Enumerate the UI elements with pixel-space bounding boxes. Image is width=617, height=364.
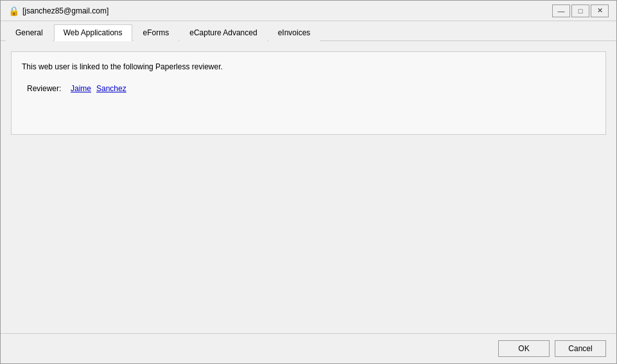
reviewer-row: Reviewer: Jaime Sanchez [22, 84, 595, 93]
maximize-button[interactable]: □ [571, 4, 589, 17]
footer: OK Cancel [1, 333, 616, 363]
title-bar: 🔒 [jsanchez85@gmail.com] — □ ✕ [1, 1, 616, 21]
tab-web-applications[interactable]: Web Applications [54, 24, 132, 41]
tab-ecapture-advanced[interactable]: eCapture Advanced [180, 24, 266, 41]
tab-einvoices[interactable]: eInvoices [268, 24, 320, 41]
cancel-button[interactable]: Cancel [555, 340, 606, 357]
info-message: This web user is linked to the following… [22, 62, 595, 71]
tab-bar: General Web Applications eForms eCapture… [1, 21, 616, 41]
content-area: This web user is linked to the following… [1, 41, 616, 333]
window-title: [jsanchez85@gmail.com] [22, 6, 109, 15]
close-button[interactable]: ✕ [591, 4, 609, 17]
main-window: 🔒 [jsanchez85@gmail.com] — □ ✕ General W… [0, 0, 617, 364]
ok-button[interactable]: OK [498, 340, 550, 357]
reviewer-last-name[interactable]: Sanchez [96, 84, 126, 93]
title-bar-left: 🔒 [jsanchez85@gmail.com] [8, 6, 109, 16]
window-icon: 🔒 [8, 6, 19, 16]
reviewer-label: Reviewer: [27, 84, 65, 93]
reviewer-first-name[interactable]: Jaime [71, 84, 91, 93]
info-box: This web user is linked to the following… [11, 51, 606, 135]
tab-eforms[interactable]: eForms [134, 24, 179, 41]
title-bar-buttons: — □ ✕ [552, 4, 609, 17]
tab-general[interactable]: General [6, 24, 53, 41]
minimize-button[interactable]: — [552, 4, 570, 17]
